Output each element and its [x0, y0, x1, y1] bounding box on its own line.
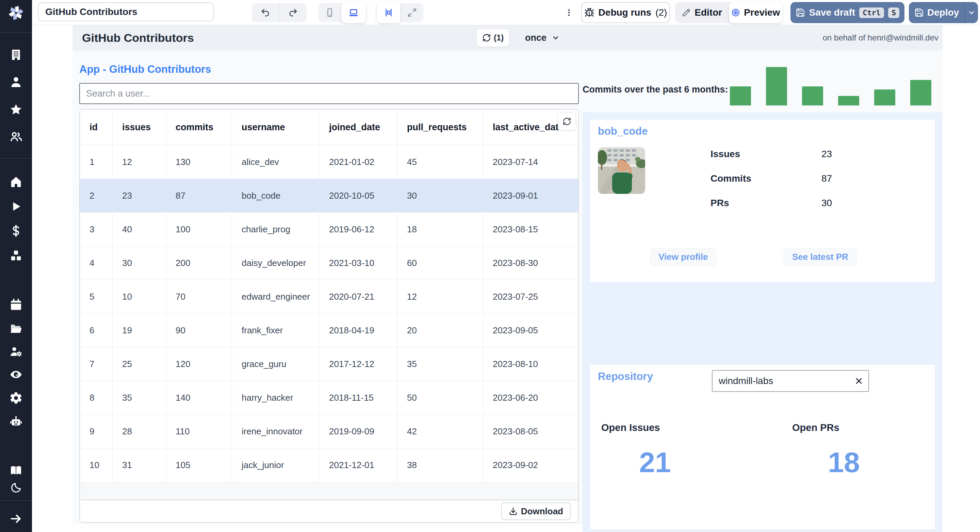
save-draft-button[interactable]: Save draft Ctrl S	[791, 2, 904, 23]
table-cell: 20	[397, 314, 483, 347]
fullscreen-button[interactable]	[401, 3, 423, 22]
settings-gear-icon[interactable]	[9, 391, 23, 405]
commit-bar	[874, 89, 895, 105]
table-cell: 105	[166, 448, 232, 482]
table-cell: 23	[112, 179, 166, 212]
bot-icon[interactable]	[9, 415, 23, 429]
center-align-button[interactable]	[377, 2, 401, 23]
building-icon[interactable]	[9, 48, 23, 62]
table-cell: 2017-12-12	[319, 347, 397, 381]
book-open-icon[interactable]	[9, 464, 23, 477]
table-cell: 30	[112, 246, 166, 279]
align-center-icon	[383, 7, 394, 18]
user-icon[interactable]	[9, 75, 23, 89]
debug-runs-button[interactable]: Debug runs (2)	[581, 2, 670, 23]
table-cell: 38	[397, 448, 483, 482]
table-row[interactable]: 430200daisy_developer2021-03-10602023-08…	[80, 246, 578, 279]
stat-label: Commits	[711, 173, 821, 184]
arrow-right-icon[interactable]	[9, 512, 23, 526]
kbd-ctrl: Ctrl	[859, 8, 884, 18]
play-icon[interactable]	[9, 200, 23, 213]
user-card-username: bob_code	[598, 125, 648, 137]
app-name-input[interactable]	[38, 2, 214, 21]
table-column-header[interactable]: id	[80, 110, 112, 145]
table-column-header[interactable]: username	[232, 110, 319, 145]
table-cell: 2023-09-05	[483, 314, 578, 347]
schedule-select[interactable]: once	[525, 25, 560, 50]
deploy-dropdown-button[interactable]	[965, 8, 978, 17]
table-row[interactable]: 835140harry_hacker2018-11-15502023-06-20	[80, 381, 578, 414]
user-cog-icon[interactable]	[9, 345, 23, 358]
dollar-icon[interactable]	[9, 224, 23, 238]
app-title-link[interactable]: App - GitHub Contributors	[79, 63, 211, 76]
topbar: Debug runs (2) Editor Preview Save draft…	[32, 0, 980, 25]
table-column-header[interactable]: commits	[166, 110, 232, 145]
table-cell: 7	[80, 347, 112, 381]
stat-label: PRs	[711, 198, 821, 208]
layout-toggle-group	[377, 3, 423, 22]
table-column-header[interactable]: joined_date	[319, 110, 397, 145]
redo-button[interactable]	[279, 3, 307, 22]
users-icon[interactable]	[9, 130, 23, 143]
table-refresh-button[interactable]	[558, 112, 576, 130]
sidebar-divider	[0, 32, 32, 33]
table-cell: 10	[112, 280, 166, 313]
app-canvas: App - GitHub Contributors idissuescommit…	[73, 50, 943, 524]
table-column-header[interactable]: issues	[112, 110, 166, 145]
table-cell: 130	[166, 145, 232, 179]
commits-chart-label: Commits over the past 6 months:	[582, 84, 728, 95]
search-input[interactable]	[79, 83, 579, 104]
stat-row: PRs 30	[711, 191, 915, 215]
table-cell: 50	[397, 381, 483, 414]
table-row[interactable]: 61990frank_fixer2018-04-19202023-09-05	[80, 313, 578, 347]
home-icon[interactable]	[9, 175, 23, 189]
redo-icon	[288, 8, 298, 18]
table-column-header[interactable]: pull_requests	[397, 110, 483, 145]
more-options-button[interactable]	[562, 6, 576, 19]
table-row[interactable]: 1031105jack_junior2021-12-01382023-09-02	[80, 448, 578, 482]
table-row[interactable]: 340100charlie_prog2019-06-12182023-08-15	[80, 212, 578, 246]
commit-bar	[910, 80, 931, 105]
desktop-view-button[interactable]	[341, 2, 366, 23]
kbd-s: S	[888, 8, 899, 18]
clear-input-button[interactable]	[850, 371, 869, 391]
table-row[interactable]: 725120grace_guru2017-12-12352023-08-10	[80, 347, 578, 381]
view-profile-button[interactable]: View profile	[650, 248, 716, 266]
see-latest-pr-button[interactable]: See latest PR	[784, 248, 857, 266]
app-refresh-button[interactable]: (1)	[477, 29, 509, 47]
repository-input[interactable]	[713, 376, 850, 386]
table-cell: irene_innovator	[232, 414, 319, 448]
table-row[interactable]: 22387bob_code2020-10-05302023-09-01	[80, 179, 578, 212]
table-row[interactable]: 51070edward_engineer2020-07-21122023-07-…	[80, 279, 578, 313]
stat-row: Commits 87	[711, 166, 915, 191]
download-button[interactable]: Download	[501, 502, 571, 520]
deploy-button[interactable]: Deploy	[909, 7, 964, 18]
moon-icon[interactable]	[10, 482, 22, 494]
preview-tab[interactable]: Preview	[729, 2, 783, 23]
editor-tab[interactable]: Editor	[675, 2, 729, 23]
undo-button[interactable]	[252, 3, 279, 22]
eye-icon[interactable]	[9, 368, 23, 381]
table-row[interactable]: 928110irene_innovator2019-09-09422023-08…	[80, 414, 578, 448]
windmill-logo[interactable]	[0, 0, 32, 25]
table-header-row: idissuescommitsusernamejoined_datepull_r…	[80, 110, 578, 145]
pencil-icon	[682, 8, 691, 17]
table-row[interactable]: 112130alice_dev2021-01-02452023-07-14	[80, 145, 578, 179]
table-cell: 90	[166, 314, 232, 347]
boxes-icon[interactable]	[9, 249, 23, 262]
undo-redo-group	[252, 3, 307, 22]
star-icon[interactable]	[9, 103, 23, 116]
smartphone-icon	[325, 8, 335, 18]
sidebar	[0, 0, 32, 532]
table-cell: 200	[166, 246, 232, 279]
stat-row: Issues 23	[711, 142, 915, 166]
table-cell: 2023-09-01	[483, 179, 578, 212]
chevron-down-icon	[551, 33, 560, 42]
table-cell: edward_engineer	[232, 280, 319, 313]
table-cell: alice_dev	[232, 145, 319, 179]
folder-open-icon[interactable]	[9, 322, 23, 335]
calendar-icon[interactable]	[9, 298, 23, 311]
table-cell: 2023-08-05	[483, 414, 578, 448]
table-cell: 35	[397, 347, 483, 381]
mobile-view-button[interactable]	[318, 3, 341, 22]
